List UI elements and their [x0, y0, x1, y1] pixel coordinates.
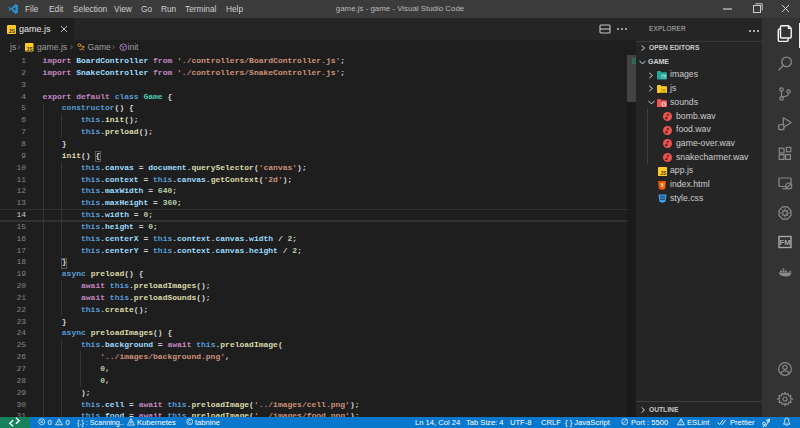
- svg-text:JS: JS: [660, 171, 666, 176]
- svg-text:JS: JS: [26, 46, 33, 52]
- svg-text:JS: JS: [8, 28, 15, 34]
- svg-text:JS: JS: [660, 88, 667, 94]
- svg-text:5: 5: [661, 182, 664, 188]
- svg-text:FM: FM: [780, 238, 791, 247]
